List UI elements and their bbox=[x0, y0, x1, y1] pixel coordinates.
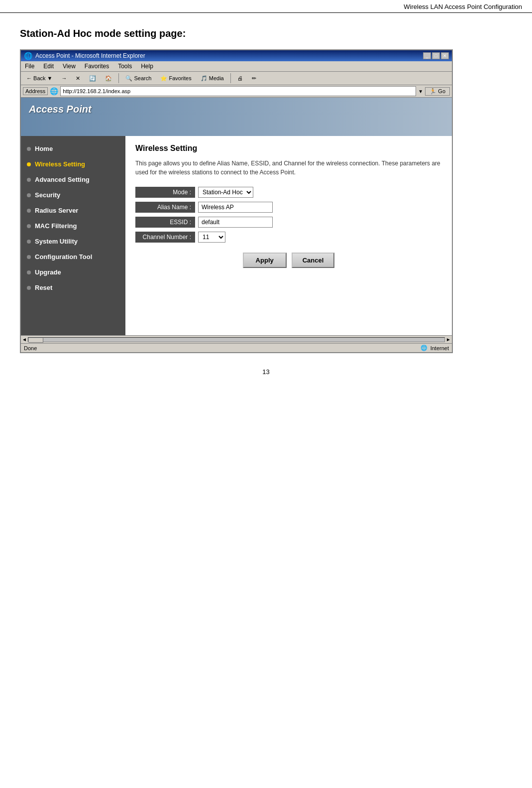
alias-input[interactable] bbox=[198, 202, 273, 213]
sidebar-label-config: Configuration Tool bbox=[35, 253, 92, 261]
page-footer: 13 bbox=[20, 368, 512, 376]
page-title: Station-Ad Hoc mode setting page: bbox=[20, 28, 512, 39]
titlebar-left: 🌐 Access Point - Microsoft Internet Expl… bbox=[24, 52, 145, 60]
ap-main: Home Wireless Setting Advanced Setting S… bbox=[21, 136, 452, 335]
favorites-button[interactable]: ⭐ Favorites bbox=[157, 74, 195, 83]
menu-file[interactable]: File bbox=[23, 62, 36, 70]
browser-statusbar: Done 🌐 Internet bbox=[21, 343, 452, 352]
content-description: This page allows you to define Alias Nam… bbox=[135, 159, 442, 177]
sidebar-bullet-advanced bbox=[27, 178, 31, 182]
forward-button[interactable]: → bbox=[58, 74, 70, 83]
search-button[interactable]: 🔍 Search bbox=[122, 74, 155, 83]
close-button[interactable]: ✕ bbox=[441, 52, 449, 59]
sidebar-label-mac: MAC Filtering bbox=[35, 222, 77, 230]
status-text: Done bbox=[24, 345, 37, 351]
ap-header-spacer bbox=[29, 115, 444, 130]
scroll-track[interactable] bbox=[28, 337, 445, 342]
ap-header-title: Access Point bbox=[29, 104, 444, 115]
minimize-button[interactable]: _ bbox=[423, 52, 431, 59]
sidebar-item-home[interactable]: Home bbox=[21, 141, 125, 156]
mode-label: Mode : bbox=[135, 187, 195, 198]
browser-content: Access Point Home Wireless Setting bbox=[21, 98, 452, 335]
scroll-left-btn[interactable]: ◄ bbox=[22, 337, 27, 342]
menu-edit[interactable]: Edit bbox=[41, 62, 56, 70]
separator-2 bbox=[230, 73, 231, 83]
mode-select[interactable]: Access Point Station-Ad Hoc Bridge Repea… bbox=[198, 187, 253, 198]
browser-titlebar: 🌐 Access Point - Microsoft Internet Expl… bbox=[21, 50, 452, 61]
sidebar-label-reset: Reset bbox=[35, 284, 52, 291]
internet-zone-icon: 🌐 bbox=[421, 345, 427, 351]
sidebar-item-configuration-tool[interactable]: Configuration Tool bbox=[21, 249, 125, 264]
page-body: Station-Ad Hoc mode setting page: 🌐 Acce… bbox=[0, 18, 532, 386]
browser-title: Access Point - Microsoft Internet Explor… bbox=[35, 52, 145, 59]
ap-header: Access Point bbox=[21, 98, 452, 136]
address-input[interactable] bbox=[60, 86, 416, 96]
sidebar-item-upgrade[interactable]: Upgrade bbox=[21, 264, 125, 280]
sidebar-label-security: Security bbox=[35, 191, 60, 199]
sidebar-bullet-reset bbox=[27, 286, 31, 290]
status-right: 🌐 Internet bbox=[421, 345, 449, 351]
sidebar-bullet-upgrade bbox=[27, 270, 31, 274]
page-header: Wireless LAN Access Point Configuration bbox=[0, 0, 532, 13]
sidebar-item-advanced-setting[interactable]: Advanced Setting bbox=[21, 172, 125, 187]
titlebar-buttons: _ □ ✕ bbox=[423, 52, 449, 59]
print-button[interactable]: 🖨 bbox=[234, 74, 246, 83]
menu-help[interactable]: Help bbox=[139, 62, 155, 70]
essid-label: ESSID : bbox=[135, 217, 195, 228]
browser-toolbar: ← Back ▼ → ✕ 🔄 🏠 🔍 Search ⭐ Favorites 🎵 … bbox=[21, 72, 452, 85]
sidebar-bullet-wireless bbox=[27, 162, 31, 166]
sidebar-bullet-home bbox=[27, 147, 31, 151]
address-bar: Address 🌐 ▼ 🏃 Go bbox=[21, 85, 452, 98]
form-table: Mode : Access Point Station-Ad Hoc Bridg… bbox=[135, 187, 442, 243]
dropdown-arrow[interactable]: ▼ bbox=[418, 89, 423, 94]
sidebar: Home Wireless Setting Advanced Setting S… bbox=[21, 136, 125, 335]
sidebar-bullet-config bbox=[27, 255, 31, 259]
back-button[interactable]: ← Back ▼ bbox=[23, 74, 56, 83]
edit-button[interactable]: ✏ bbox=[248, 74, 260, 83]
maximize-button[interactable]: □ bbox=[432, 52, 440, 59]
browser-menubar: File Edit View Favorites Tools Help bbox=[21, 61, 452, 72]
sidebar-item-security[interactable]: Security bbox=[21, 187, 125, 203]
address-label: Address bbox=[23, 87, 48, 95]
sidebar-item-radius-server[interactable]: Radius Server bbox=[21, 203, 125, 218]
sidebar-item-mac-filtering[interactable]: MAC Filtering bbox=[21, 218, 125, 234]
browser-icon: 🌐 bbox=[24, 52, 32, 60]
content-title: Wireless Setting bbox=[135, 144, 442, 153]
menu-tools[interactable]: Tools bbox=[116, 62, 134, 70]
sidebar-label-radius: Radius Server bbox=[35, 207, 78, 214]
mode-row: Mode : Access Point Station-Ad Hoc Bridg… bbox=[135, 187, 442, 198]
channel-select[interactable]: 1 2 3 4 5 6 7 8 9 10 11 bbox=[198, 232, 225, 243]
sidebar-bullet-security bbox=[27, 193, 31, 197]
sidebar-label-upgrade: Upgrade bbox=[35, 268, 61, 276]
sidebar-label-advanced: Advanced Setting bbox=[35, 176, 90, 183]
essid-row: ESSID : bbox=[135, 217, 442, 228]
internet-zone-label: Internet bbox=[430, 345, 449, 351]
channel-label: Channel Number : bbox=[135, 232, 195, 243]
sidebar-item-system-utility[interactable]: System Utility bbox=[21, 234, 125, 249]
content-area: Wireless Setting This page allows you to… bbox=[125, 136, 452, 335]
home-button[interactable]: 🏠 bbox=[102, 74, 115, 83]
scroll-right-btn[interactable]: ► bbox=[446, 337, 451, 342]
refresh-button[interactable]: 🔄 bbox=[86, 74, 100, 83]
sidebar-bullet-mac bbox=[27, 224, 31, 228]
alias-label: Alias Name : bbox=[135, 202, 195, 213]
horizontal-scrollbar: ◄ ► bbox=[21, 335, 452, 343]
page-number: 13 bbox=[262, 368, 269, 376]
channel-row: Channel Number : 1 2 3 4 5 6 7 8 9 bbox=[135, 232, 442, 243]
sidebar-bullet-system bbox=[27, 240, 31, 244]
essid-input[interactable] bbox=[198, 217, 273, 228]
go-button[interactable]: 🏃 Go bbox=[425, 87, 450, 96]
sidebar-item-wireless-setting[interactable]: Wireless Setting bbox=[21, 156, 125, 172]
separator-1 bbox=[118, 73, 119, 83]
stop-button[interactable]: ✕ bbox=[72, 74, 84, 83]
cancel-button[interactable]: Cancel bbox=[292, 253, 335, 268]
media-button[interactable]: 🎵 Media bbox=[197, 74, 227, 83]
menu-view[interactable]: View bbox=[61, 62, 78, 70]
scroll-thumb[interactable] bbox=[28, 338, 43, 343]
apply-button[interactable]: Apply bbox=[243, 253, 287, 268]
address-icon: 🌐 bbox=[50, 87, 58, 95]
sidebar-label-home: Home bbox=[35, 145, 53, 152]
header-title: Wireless LAN Access Point Configuration bbox=[404, 3, 522, 10]
sidebar-item-reset[interactable]: Reset bbox=[21, 280, 125, 295]
menu-favorites[interactable]: Favorites bbox=[83, 62, 111, 70]
